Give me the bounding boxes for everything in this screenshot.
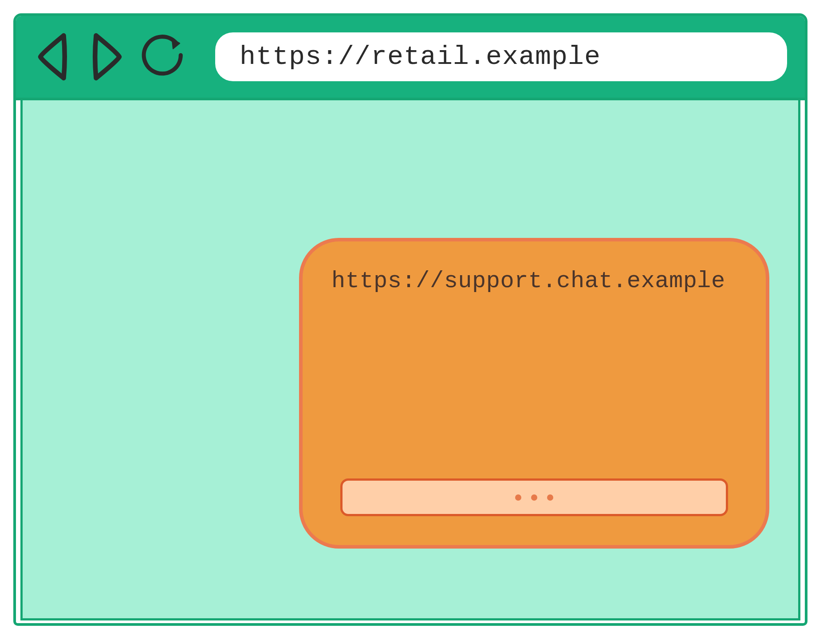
page-viewport: https://support.chat.example [20,100,800,620]
typing-dot-icon [547,494,553,501]
address-bar[interactable]: https://retail.example [215,32,787,81]
back-icon [34,30,74,83]
forward-button[interactable] [86,30,126,83]
typing-dot-icon [515,494,521,501]
typing-dot-icon [531,494,537,501]
chat-widget-origin-label: https://support.chat.example [331,268,741,294]
chat-widget-body [327,294,741,478]
chat-widget-iframe[interactable]: https://support.chat.example [299,238,769,549]
browser-toolbar: https://retail.example [16,16,805,100]
chat-input[interactable] [340,478,728,516]
address-bar-url: https://retail.example [240,42,601,72]
forward-icon [86,30,126,83]
reload-button[interactable] [138,30,187,83]
browser-window: https://retail.example https://support.c… [13,13,807,626]
back-button[interactable] [34,30,74,83]
reload-icon [138,30,187,83]
